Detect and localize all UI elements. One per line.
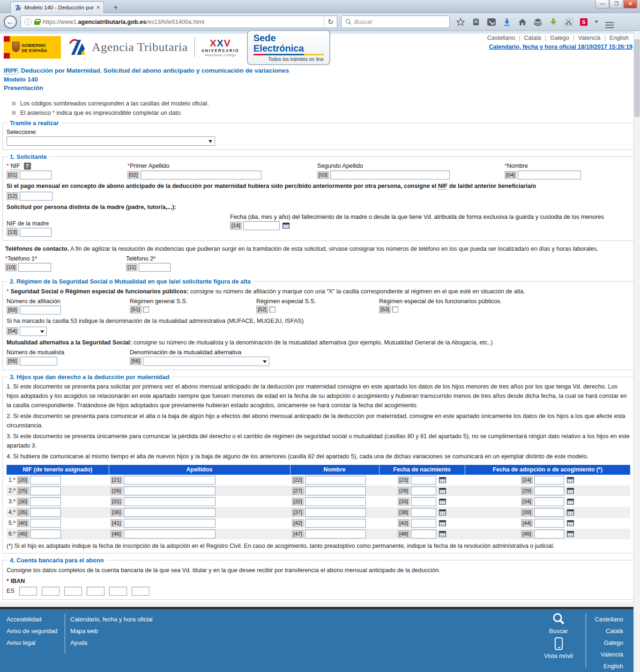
calendar-icon[interactable] xyxy=(567,488,574,494)
iban-input-1[interactable] xyxy=(19,587,37,596)
hijo3-adopcion-input[interactable] xyxy=(534,497,564,506)
tab-close-icon[interactable]: × xyxy=(97,4,100,11)
footer-search-icon[interactable] xyxy=(552,612,565,625)
page-info-icon[interactable] xyxy=(24,18,31,25)
calendar-icon[interactable] xyxy=(567,531,574,537)
iban-input-4[interactable] xyxy=(87,587,104,596)
calendar-icon[interactable] xyxy=(439,488,446,494)
hijo4-nif-input[interactable] xyxy=(30,508,61,517)
nombre-input[interactable] xyxy=(518,171,581,179)
calendar-icon[interactable] xyxy=(439,531,446,537)
hijo1-nif-input[interactable] xyxy=(30,476,61,485)
regimen-especial-checkbox[interactable] xyxy=(269,306,275,313)
calendar-icon[interactable] xyxy=(567,477,574,483)
lang-english[interactable]: English xyxy=(606,35,633,41)
hijo6-nombre-input[interactable] xyxy=(305,530,366,538)
back-button[interactable] xyxy=(4,15,17,29)
hijo2-adopcion-input[interactable] xyxy=(534,486,564,495)
iban-input-3[interactable] xyxy=(64,587,82,596)
layers-addon-icon[interactable] xyxy=(534,18,542,26)
footer-link-aviso-seguridad[interactable]: Aviso de seguridad xyxy=(7,627,58,635)
iban-input-6[interactable] xyxy=(132,587,149,596)
close-button[interactable] xyxy=(624,0,637,8)
telefono2-input[interactable] xyxy=(139,263,171,272)
downloads-icon[interactable] xyxy=(503,18,511,26)
downloadhelper-arrow-icon[interactable] xyxy=(549,18,558,26)
hijo5-nombre-input[interactable] xyxy=(305,519,366,528)
mutualista-input[interactable] xyxy=(20,357,57,366)
regimen-general-checkbox[interactable] xyxy=(143,306,149,313)
addon-overflow-caret-icon[interactable] xyxy=(595,21,598,23)
hijo1-apellidos-input[interactable] xyxy=(124,476,216,485)
lang-catala[interactable]: Català xyxy=(520,35,544,41)
hijo4-nombre-input[interactable] xyxy=(305,508,366,517)
hijo1-nacimiento-input[interactable] xyxy=(411,476,436,485)
calendar-icon[interactable] xyxy=(567,499,574,505)
home-icon[interactable] xyxy=(518,18,527,26)
denominacion-select[interactable] xyxy=(143,357,269,366)
lang-galego[interactable]: Galego xyxy=(546,35,573,41)
footer-buscar-link[interactable]: Buscar xyxy=(535,627,582,635)
reload-button[interactable] xyxy=(324,16,337,28)
nif-anterior-beneficiario-input[interactable] xyxy=(20,192,52,201)
footer-lang-catala[interactable]: Català xyxy=(595,627,623,635)
iban-input-5[interactable] xyxy=(109,587,127,596)
iban-input-2[interactable] xyxy=(42,587,60,596)
hijo2-apellidos-input[interactable] xyxy=(124,486,216,495)
footer-lang-galego[interactable]: Galego xyxy=(595,639,623,646)
new-tab-button[interactable] xyxy=(109,3,123,13)
regimen-funcionarios-checkbox[interactable] xyxy=(392,306,398,313)
search-bar[interactable]: Buscar xyxy=(341,15,450,28)
hijo1-adopcion-input[interactable] xyxy=(534,476,564,485)
footer-vista-movil-link[interactable]: Vista móvil xyxy=(535,652,582,659)
mobile-phone-icon[interactable] xyxy=(555,637,563,650)
hijo5-apellidos-input[interactable] xyxy=(124,519,216,528)
restore-button[interactable] xyxy=(610,0,623,8)
fecha-fallecimiento-input[interactable] xyxy=(243,221,280,230)
calendar-icon[interactable] xyxy=(439,477,446,483)
hijo3-apellidos-input[interactable] xyxy=(124,497,216,506)
nif-madre-input[interactable] xyxy=(20,228,52,237)
calendar-icon[interactable] xyxy=(283,223,290,229)
hijo4-nacimiento-input[interactable] xyxy=(411,508,436,517)
lang-castellano[interactable]: Castellano xyxy=(484,35,519,41)
telefono1-input[interactable] xyxy=(18,263,51,272)
calendar-icon[interactable] xyxy=(439,509,446,515)
hijo1-nombre-input[interactable] xyxy=(305,476,366,485)
hijo2-nif-input[interactable] xyxy=(30,486,61,495)
sede-electronica-badge[interactable]: Sede Electrónica Todos los trámites on l… xyxy=(247,30,330,65)
official-datetime-link[interactable]: Calendario, fecha y hora oficial 18/10/2… xyxy=(489,44,633,50)
footer-lang-valencia[interactable]: Valencià xyxy=(595,651,623,658)
footer-link-ayuda[interactable]: Ayuda xyxy=(70,639,153,646)
lang-valencia[interactable]: Valencià xyxy=(574,35,604,41)
hijo4-apellidos-input[interactable] xyxy=(124,508,216,517)
footer-link-mapa-web[interactable]: Mapa web xyxy=(70,627,153,635)
primer-apellido-input[interactable] xyxy=(141,171,261,179)
footer-link-calendario[interactable]: Calendario, fecha y hora oficial xyxy=(70,616,153,623)
browser-tab[interactable]: Modelo 140 - Deducción por × xyxy=(10,1,104,13)
vertical-scrollbar[interactable] xyxy=(633,31,640,672)
mutualidad-administrativa-select[interactable] xyxy=(20,327,47,336)
bookmark-star-icon[interactable] xyxy=(456,18,465,26)
footer-link-accesibilidad[interactable]: Accesibilidad xyxy=(7,616,58,623)
hijo5-nif-input[interactable] xyxy=(30,519,61,528)
afiliacion-input[interactable] xyxy=(20,306,61,314)
hijo5-adopcion-input[interactable] xyxy=(534,519,564,528)
hijo6-adopcion-input[interactable] xyxy=(534,530,564,538)
hijo6-nif-input[interactable] xyxy=(30,530,61,538)
nif-help-button[interactable]: ? xyxy=(24,163,31,170)
hijo6-apellidos-input[interactable] xyxy=(124,530,216,538)
calendar-icon[interactable] xyxy=(439,499,446,505)
agencia-tributaria-logo[interactable]: Agencia Tributaria xyxy=(67,37,188,58)
hijo3-nacimiento-input[interactable] xyxy=(411,497,436,506)
footer-lang-castellano[interactable]: Castellano xyxy=(595,616,623,623)
bookmarks-clipboard-icon[interactable] xyxy=(472,18,480,26)
hijo2-nombre-input[interactable] xyxy=(305,486,366,495)
hijo6-nacimiento-input[interactable] xyxy=(411,530,436,538)
hijo4-adopcion-input[interactable] xyxy=(534,508,564,517)
pocket-icon[interactable] xyxy=(487,18,496,26)
calendar-icon[interactable] xyxy=(567,520,574,526)
calendar-icon[interactable] xyxy=(439,520,446,526)
url-bar[interactable]: https://www1.agenciatributaria.gob.es/es… xyxy=(21,15,337,28)
footer-lang-english[interactable]: English xyxy=(595,663,623,670)
